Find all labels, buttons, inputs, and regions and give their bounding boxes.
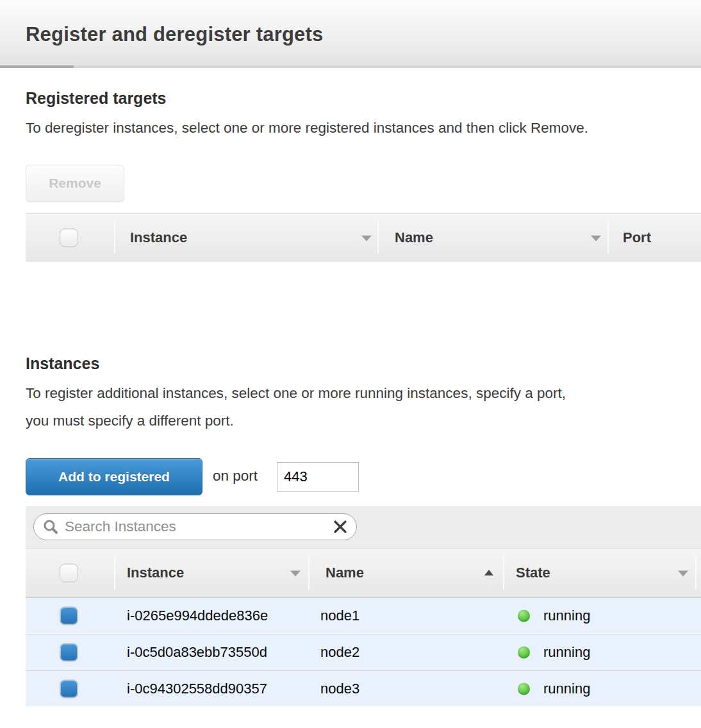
state-running-icon xyxy=(518,682,530,695)
search-box[interactable] xyxy=(33,513,357,540)
instances-column-header-name[interactable]: Name xyxy=(326,565,364,581)
search-instances-input[interactable] xyxy=(65,518,333,535)
instance-state: running xyxy=(543,608,590,624)
page-title: Register and deregister targets xyxy=(26,23,323,46)
instances-description-line2: you must specify a different port. xyxy=(26,413,234,429)
instances-description-line1: To register additional instances, select… xyxy=(26,385,566,402)
column-divider xyxy=(114,556,115,590)
column-divider xyxy=(308,556,309,590)
instances-column-header-state[interactable]: State xyxy=(516,565,550,581)
instance-name: node1 xyxy=(320,608,359,624)
column-divider xyxy=(377,222,379,253)
column-divider xyxy=(114,222,115,253)
instances-search-toolbar xyxy=(26,506,701,548)
add-to-registered-button[interactable]: Add to registered xyxy=(26,458,202,495)
instances-table-header: Instance Name State xyxy=(26,548,701,598)
port-input[interactable] xyxy=(277,462,359,492)
instance-row-node2[interactable]: i-0c5d0a83ebb73550d node2 running xyxy=(26,634,701,670)
instances-column-header-instance[interactable]: Instance xyxy=(127,565,184,581)
registered-select-all-checkbox[interactable] xyxy=(60,228,78,247)
sort-arrow-down-icon[interactable] xyxy=(678,570,688,576)
remove-button[interactable]: Remove xyxy=(26,165,124,202)
registered-table-header: Instance Name Port xyxy=(26,213,701,261)
sort-arrow-down-icon[interactable] xyxy=(290,570,301,576)
search-icon xyxy=(43,519,58,534)
state-running-icon xyxy=(518,610,530,622)
instance-name: node2 xyxy=(320,644,359,661)
sort-arrow-down-icon[interactable] xyxy=(361,235,372,241)
registered-targets-heading: Registered targets xyxy=(26,89,167,108)
instance-row-node3[interactable]: i-0c94302558dd90357 node3 running xyxy=(26,670,701,706)
instance-name: node3 xyxy=(320,681,359,697)
instance-id: i-0265e994ddede836e xyxy=(127,608,268,624)
registered-column-header-instance[interactable]: Instance xyxy=(130,229,187,246)
sort-arrow-up-icon[interactable] xyxy=(484,570,493,575)
instance-id: i-0c5d0a83ebb73550d xyxy=(127,644,267,661)
row-checkbox[interactable] xyxy=(60,679,78,698)
column-divider xyxy=(695,556,697,590)
instance-state: running xyxy=(543,681,590,697)
instances-heading: Instances xyxy=(26,354,99,373)
row-checkbox[interactable] xyxy=(60,643,78,661)
clear-search-icon[interactable] xyxy=(333,520,347,534)
registered-column-header-port[interactable]: Port xyxy=(623,229,651,246)
column-divider xyxy=(607,222,609,253)
header-divider-notch xyxy=(0,65,74,68)
dialog-header: Register and deregister targets xyxy=(0,0,701,68)
row-checkbox[interactable] xyxy=(60,607,78,625)
instance-state: running xyxy=(543,644,590,661)
on-port-label: on port xyxy=(213,468,258,484)
state-running-icon xyxy=(518,646,530,658)
sort-arrow-down-icon[interactable] xyxy=(591,235,601,241)
column-divider xyxy=(503,556,504,590)
instance-row-node1[interactable]: i-0265e994ddede836e node1 running xyxy=(26,598,701,634)
registered-column-header-name[interactable]: Name xyxy=(395,229,433,246)
instance-id: i-0c94302558dd90357 xyxy=(127,681,267,697)
instances-select-all-checkbox[interactable] xyxy=(60,564,78,583)
registered-targets-description: To deregister instances, select one or m… xyxy=(26,120,588,136)
